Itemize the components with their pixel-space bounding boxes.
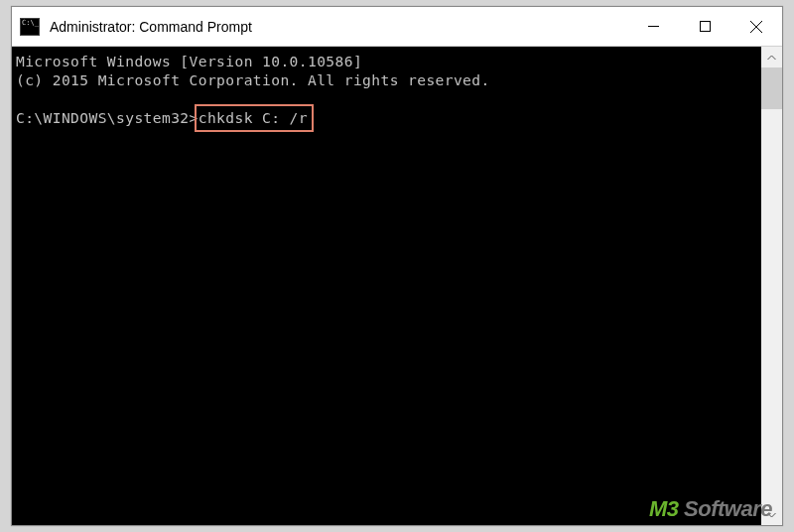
- scrollbar-thumb[interactable]: [761, 67, 782, 109]
- chevron-down-icon: [767, 512, 776, 518]
- minimize-icon: [647, 20, 660, 33]
- scroll-up-button[interactable]: [761, 47, 782, 67]
- terminal[interactable]: Microsoft Windows [Version 10.0.10586] (…: [12, 47, 761, 525]
- svg-rect-1: [700, 22, 710, 32]
- scrollbar-track[interactable]: [761, 67, 782, 504]
- window-title: Administrator: Command Prompt: [50, 19, 627, 35]
- minimize-button[interactable]: [627, 7, 679, 46]
- terminal-line: Microsoft Windows [Version 10.0.10586]: [16, 53, 362, 69]
- maximize-icon: [699, 20, 712, 33]
- close-button[interactable]: [730, 7, 782, 46]
- terminal-command-highlight: chkdsk C: /r: [198, 107, 311, 129]
- scroll-down-button[interactable]: [761, 504, 782, 525]
- maximize-button[interactable]: [679, 7, 730, 46]
- terminal-area: Microsoft Windows [Version 10.0.10586] (…: [12, 47, 782, 525]
- chevron-up-icon: [767, 55, 776, 61]
- cmd-icon: [20, 18, 40, 36]
- window-controls: [627, 7, 782, 46]
- terminal-line: (c) 2015 Microsoft Corporation. All righ…: [16, 71, 490, 88]
- scrollbar[interactable]: [761, 47, 782, 525]
- titlebar[interactable]: Administrator: Command Prompt: [12, 7, 782, 47]
- command-prompt-window: Administrator: Command Prompt Microsoft …: [11, 6, 783, 526]
- close-icon: [749, 20, 763, 34]
- terminal-prompt: C:\WINDOWS\system32>: [16, 109, 198, 126]
